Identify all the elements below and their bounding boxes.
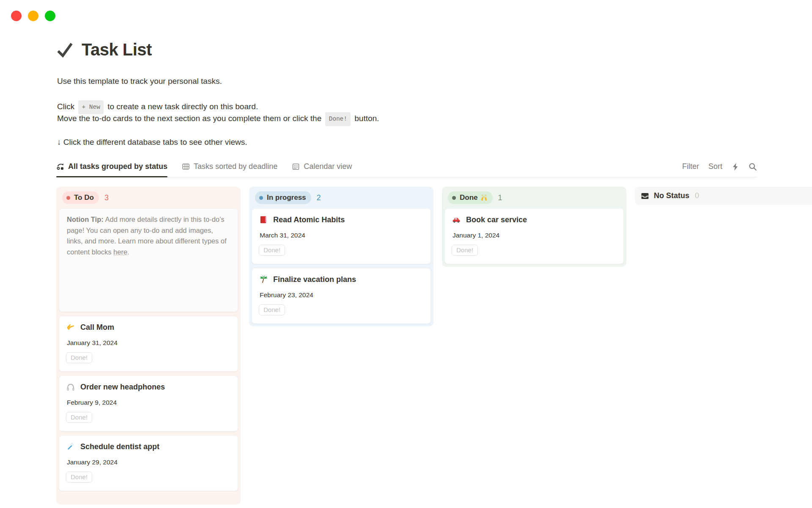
- instruction-text: Move the to-do cards to the next section…: [57, 114, 321, 123]
- tip-here-link[interactable]: here: [113, 248, 127, 256]
- card-date: January 29, 2024: [67, 458, 231, 466]
- done-button[interactable]: Done!: [66, 472, 92, 483]
- view-tabs-bar: All tasks grouped by status Tasks sorted…: [56, 162, 757, 177]
- done-button[interactable]: Done!: [66, 352, 92, 363]
- status-icon: [56, 163, 64, 171]
- done-button[interactable]: Done!: [259, 245, 285, 256]
- status-pill-done[interactable]: Done: [448, 191, 493, 204]
- task-card-book-car-service[interactable]: Book car service January 1, 2024 Done!: [444, 208, 624, 264]
- column-header-no-status: No Status 0: [637, 189, 812, 202]
- card-title: Book car service: [466, 215, 527, 224]
- status-pill-todo[interactable]: To Do: [62, 191, 99, 204]
- check-icon: [55, 41, 74, 59]
- column-header-done: Done 1: [444, 189, 624, 208]
- card-date: January 1, 2024: [453, 232, 617, 239]
- column-count: 1: [498, 193, 502, 202]
- call-me-hand-icon: [66, 323, 75, 332]
- task-card-call-mom[interactable]: Call Mom January 31, 2024 Done!: [59, 316, 238, 372]
- board-column-no-status: No Status 0: [635, 187, 812, 205]
- search-icon[interactable]: [749, 163, 757, 171]
- inbox-icon: [641, 192, 649, 200]
- lightning-icon[interactable]: [732, 163, 739, 171]
- status-dot: [452, 196, 456, 200]
- toothbrush-icon: [66, 442, 75, 451]
- column-count: 0: [695, 191, 699, 200]
- card-title-row: Call Mom: [66, 323, 231, 332]
- tab-label: Calendar view: [304, 162, 352, 171]
- close-button[interactable]: [11, 11, 22, 21]
- status-label: To Do: [74, 193, 94, 202]
- card-date: February 23, 2024: [260, 291, 424, 299]
- instruction-text: button.: [354, 114, 379, 123]
- tab-all-tasks-grouped-by-status[interactable]: All tasks grouped by status: [56, 162, 167, 177]
- card-title-row: Book car service: [452, 215, 617, 224]
- card-title-row: Read Atomic Habits: [259, 215, 424, 224]
- tab-calendar-view[interactable]: Calendar view: [292, 162, 352, 177]
- calendar-icon: [292, 163, 300, 171]
- task-card-schedule-dentist-appt[interactable]: Schedule dentist appt January 29, 2024 D…: [59, 435, 238, 491]
- column-count: 2: [317, 193, 321, 202]
- kanban-board: To Do 3 Notion Tip: Add more details dir…: [56, 187, 812, 505]
- page-header: Task List: [55, 40, 152, 59]
- board-column-in-progress: In progress 2 Read Atomic Habits March 3…: [249, 187, 433, 326]
- page-title: Task List: [82, 40, 152, 59]
- instruction-text: Click: [57, 102, 74, 111]
- status-label[interactable]: No Status: [654, 191, 689, 200]
- card-title-row: Order new headphones: [66, 382, 231, 392]
- minimize-button[interactable]: [28, 11, 38, 21]
- red-book-icon: [259, 215, 268, 224]
- board-column-done: Done 1 Book car service January 1, 2024 …: [442, 187, 626, 267]
- card-title-row: Finalize vacation plans: [259, 275, 424, 284]
- table-icon: [182, 163, 190, 171]
- tip-prefix: Notion Tip:: [67, 215, 104, 223]
- status-label-text: Done: [460, 193, 478, 202]
- instruction-text: to create a new task directly on this bo…: [107, 102, 258, 111]
- done-button[interactable]: Done!: [66, 412, 92, 423]
- column-count: 3: [104, 193, 109, 202]
- column-header-in-progress: In progress 2: [252, 189, 431, 208]
- card-title: Order new headphones: [80, 383, 165, 392]
- status-label: In progress: [267, 193, 306, 202]
- card-title: Schedule dentist appt: [80, 442, 159, 451]
- page-subtitle: Use this template to track your personal…: [57, 77, 222, 86]
- headphones-icon: [66, 382, 75, 392]
- card-list: Book car service January 1, 2024 Done!: [444, 208, 624, 264]
- zoom-button[interactable]: [45, 11, 55, 21]
- card-date: February 9, 2024: [67, 399, 231, 406]
- raising-hands-icon: [480, 194, 488, 202]
- card-date: March 31, 2024: [260, 232, 424, 239]
- card-title: Call Mom: [80, 323, 114, 332]
- view-controls: Filter Sort: [682, 162, 757, 177]
- tip-suffix: .: [127, 248, 129, 256]
- done-chip: Done!: [325, 112, 351, 126]
- filter-button[interactable]: Filter: [682, 162, 699, 171]
- red-car-icon: [452, 215, 461, 224]
- tip-text: Notion Tip: Add more details directly in…: [67, 214, 230, 257]
- instruction-line-3: ↓ Click the different database tabs to s…: [57, 136, 247, 148]
- card-title: Read Atomic Habits: [273, 215, 345, 224]
- card-date: January 31, 2024: [67, 339, 231, 347]
- task-card-read-atomic-habits[interactable]: Read Atomic Habits March 31, 2024 Done!: [252, 208, 431, 264]
- status-pill-in-progress[interactable]: In progress: [255, 191, 311, 204]
- palm-tree-icon: [259, 275, 268, 284]
- board-column-todo: To Do 3 Notion Tip: Add more details dir…: [56, 187, 241, 505]
- card-list: Notion Tip: Add more details directly in…: [59, 208, 238, 491]
- notion-tip-card[interactable]: Notion Tip: Add more details directly in…: [59, 208, 238, 312]
- view-tabs: All tasks grouped by status Tasks sorted…: [56, 162, 352, 177]
- done-button[interactable]: Done!: [259, 304, 285, 315]
- task-card-order-new-headphones[interactable]: Order new headphones February 9, 2024 Do…: [59, 375, 238, 431]
- card-title: Finalize vacation plans: [273, 275, 356, 284]
- status-dot: [259, 196, 263, 200]
- instruction-line-2: Move the to-do cards to the next section…: [57, 113, 379, 127]
- status-label: Done: [460, 193, 488, 202]
- tab-label: All tasks grouped by status: [68, 162, 167, 171]
- window-controls: [11, 11, 55, 21]
- status-dot: [66, 196, 70, 200]
- tab-tasks-sorted-by-deadline[interactable]: Tasks sorted by deadline: [182, 162, 277, 177]
- tab-label: Tasks sorted by deadline: [194, 162, 277, 171]
- card-list: Read Atomic Habits March 31, 2024 Done! …: [252, 208, 431, 324]
- task-card-finalize-vacation-plans[interactable]: Finalize vacation plans February 23, 202…: [252, 268, 431, 324]
- done-button[interactable]: Done!: [452, 245, 478, 256]
- sort-button[interactable]: Sort: [708, 162, 722, 171]
- column-header-todo: To Do 3: [59, 189, 238, 208]
